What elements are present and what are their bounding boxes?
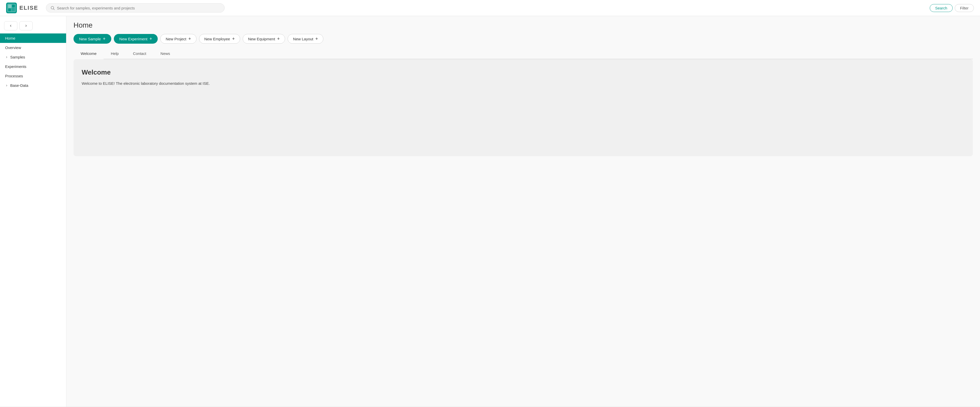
new-sample-button[interactable]: New Sample +	[73, 34, 111, 44]
svg-line-7	[53, 9, 54, 10]
plus-icon: +	[103, 37, 106, 41]
plus-icon: +	[232, 37, 235, 41]
new-project-label: New Project	[165, 37, 186, 41]
svg-rect-2	[8, 5, 11, 8]
new-sample-label: New Sample	[79, 37, 101, 41]
sidebar-item-label: Processes	[5, 74, 23, 78]
sidebar-item-label: Experiments	[5, 64, 26, 69]
content-tabs: Welcome Help Contact News	[73, 48, 973, 59]
sidebar-item-processes[interactable]: Processes	[0, 71, 66, 81]
chevron-right-icon	[5, 84, 8, 87]
filter-button[interactable]: Filter	[955, 4, 974, 12]
quick-actions-bar: New Sample + New Experiment + New Projec…	[73, 34, 973, 44]
svg-point-6	[51, 6, 54, 9]
new-experiment-button[interactable]: New Experiment +	[114, 34, 158, 44]
chevron-right-icon	[5, 56, 8, 59]
sidebar-item-label: Base-Data	[10, 83, 28, 88]
svg-rect-5	[11, 8, 15, 11]
sidebar: Home Overview Samples Experiments Proces…	[0, 16, 66, 407]
welcome-body: Welcome to ELISE! The electronic laborat…	[82, 80, 965, 86]
tab-help[interactable]: Help	[103, 48, 126, 59]
welcome-content: Welcome Welcome to ELISE! The electronic…	[73, 59, 973, 156]
sidebar-item-base-data[interactable]: Base-Data	[0, 81, 66, 90]
sidebar-item-label: Samples	[10, 55, 25, 59]
back-button[interactable]	[4, 21, 18, 30]
plus-icon: +	[188, 37, 191, 41]
sidebar-item-home[interactable]: Home	[0, 34, 66, 43]
plus-icon: +	[277, 37, 280, 41]
nav-arrows	[0, 19, 66, 34]
new-project-button[interactable]: New Project +	[160, 34, 196, 44]
new-employee-button[interactable]: New Employee +	[199, 34, 240, 44]
plus-icon: +	[315, 37, 318, 41]
app-header: ELISE Search Filter	[0, 0, 980, 16]
sidebar-item-samples[interactable]: Samples	[0, 52, 66, 62]
logo-area: ELISE	[6, 3, 42, 13]
new-employee-label: New Employee	[204, 37, 230, 41]
search-bar[interactable]	[46, 3, 224, 13]
svg-rect-4	[8, 8, 11, 11]
svg-rect-3	[12, 5, 15, 7]
sidebar-item-overview[interactable]: Overview	[0, 43, 66, 52]
main-content: Home New Sample + New Experiment + New P…	[66, 16, 980, 407]
plus-icon: +	[150, 37, 152, 41]
main-layout: Home Overview Samples Experiments Proces…	[0, 16, 980, 407]
new-experiment-label: New Experiment	[119, 37, 148, 41]
sidebar-item-label: Home	[5, 36, 15, 40]
forward-button[interactable]	[19, 21, 33, 30]
new-layout-button[interactable]: New Layout +	[288, 34, 323, 44]
page-title: Home	[73, 21, 973, 29]
app-name: ELISE	[19, 5, 38, 11]
new-equipment-label: New Equipment	[248, 37, 275, 41]
search-button[interactable]: Search	[930, 4, 953, 12]
tab-news[interactable]: News	[153, 48, 177, 59]
header-actions: Search Filter	[930, 4, 974, 12]
search-icon	[50, 6, 55, 10]
search-input[interactable]	[57, 6, 220, 10]
welcome-heading: Welcome	[82, 69, 965, 77]
sidebar-item-experiments[interactable]: Experiments	[0, 62, 66, 71]
logo-icon	[6, 3, 17, 13]
sidebar-item-label: Overview	[5, 45, 21, 50]
tab-welcome[interactable]: Welcome	[73, 48, 103, 59]
tab-contact[interactable]: Contact	[126, 48, 153, 59]
new-equipment-button[interactable]: New Equipment +	[243, 34, 285, 44]
new-layout-label: New Layout	[293, 37, 313, 41]
